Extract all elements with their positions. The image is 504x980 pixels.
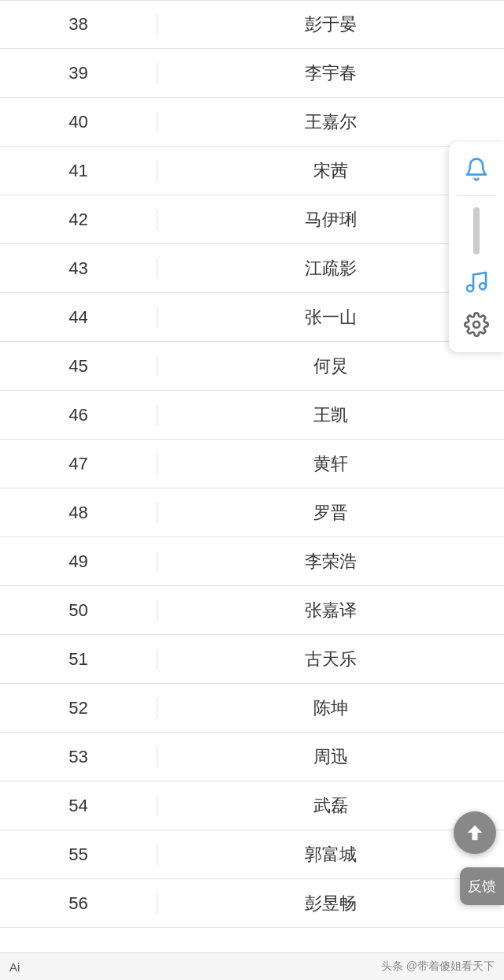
rank-index: 42 xyxy=(0,210,158,230)
celebrity-name: 古天乐 xyxy=(158,648,504,671)
table-row: 38彭于晏 xyxy=(0,0,504,49)
celebrity-name: 罗晋 xyxy=(158,501,504,525)
rank-index: 40 xyxy=(0,112,158,132)
rank-index: 44 xyxy=(0,307,158,328)
rank-index: 48 xyxy=(0,503,158,523)
float-panel xyxy=(449,142,504,352)
table-row: 46王凯 xyxy=(0,391,504,440)
table-row: 53周迅 xyxy=(0,733,504,781)
table-row: 52陈坤 xyxy=(0,684,504,733)
table-row: 51古天乐 xyxy=(0,635,504,684)
celebrity-name: 武磊 xyxy=(158,794,504,818)
table-row: 44张一山 xyxy=(0,293,504,342)
table-row: 48罗晋 xyxy=(0,488,504,537)
rank-index: 43 xyxy=(0,258,158,279)
celebrity-name: 彭昱畅 xyxy=(158,892,504,915)
celebrity-name: 周迅 xyxy=(158,745,504,769)
settings-icon-button[interactable] xyxy=(457,305,496,344)
rank-index: 47 xyxy=(0,454,158,474)
celebrity-name: 张嘉译 xyxy=(158,599,504,622)
rank-index: 45 xyxy=(0,356,158,377)
bell-icon-button[interactable] xyxy=(457,150,496,189)
table-row: 43江疏影 xyxy=(0,244,504,293)
rank-index: 54 xyxy=(0,796,158,816)
rank-index: 39 xyxy=(0,63,158,84)
celebrity-name: 郭富城 xyxy=(158,843,504,867)
table-row: 39李宇春 xyxy=(0,49,504,98)
table-row: 50张嘉译 xyxy=(0,586,504,635)
svg-point-1 xyxy=(480,283,486,289)
rank-index: 41 xyxy=(0,161,158,181)
table-row: 45何炅 xyxy=(0,342,504,391)
rank-index: 38 xyxy=(0,14,158,35)
table-row: 49李荣浩 xyxy=(0,537,504,586)
panel-divider xyxy=(457,195,496,196)
svg-point-0 xyxy=(467,285,473,291)
celebrity-name: 李荣浩 xyxy=(158,550,504,574)
rank-index: 49 xyxy=(0,551,158,572)
rank-index: 55 xyxy=(0,845,158,865)
celebrity-name: 黄轩 xyxy=(158,452,504,476)
celebrity-name: 王嘉尔 xyxy=(158,110,504,134)
rank-index: 56 xyxy=(0,893,158,914)
celebrity-name: 李宇春 xyxy=(158,61,504,85)
celebrity-name: 何炅 xyxy=(158,355,504,378)
bottom-bar: Ai 头条 @带着傻姐看天下 xyxy=(0,952,504,980)
celebrity-name: 王凯 xyxy=(158,403,504,427)
table-row: 54武磊 xyxy=(0,781,504,830)
table-row: 40王嘉尔 xyxy=(0,98,504,147)
celebrity-name: 彭于晏 xyxy=(158,13,504,36)
rank-index: 50 xyxy=(0,600,158,621)
ranking-table: 38彭于晏39李宇春40王嘉尔41宋茜42马伊琍43江疏影44张一山45何炅46… xyxy=(0,0,504,928)
table-row: 42马伊琍 xyxy=(0,195,504,244)
scroll-indicator xyxy=(473,207,480,254)
rank-index: 51 xyxy=(0,649,158,670)
table-row: 41宋茜 xyxy=(0,147,504,195)
celebrity-name: 陈坤 xyxy=(158,696,504,720)
table-row: 56彭昱畅 xyxy=(0,879,504,928)
svg-point-2 xyxy=(473,321,480,328)
music-icon-button[interactable] xyxy=(457,262,496,302)
watermark-text: 头条 @带着傻姐看天下 xyxy=(381,960,495,974)
feedback-button[interactable]: 反馈 xyxy=(460,867,504,905)
ai-label: Ai xyxy=(9,960,20,974)
table-row: 47黄轩 xyxy=(0,440,504,488)
rank-index: 53 xyxy=(0,747,158,767)
rank-index: 52 xyxy=(0,698,158,718)
table-row: 55郭富城 xyxy=(0,830,504,879)
rank-index: 46 xyxy=(0,405,158,425)
scroll-top-button[interactable] xyxy=(454,811,496,854)
